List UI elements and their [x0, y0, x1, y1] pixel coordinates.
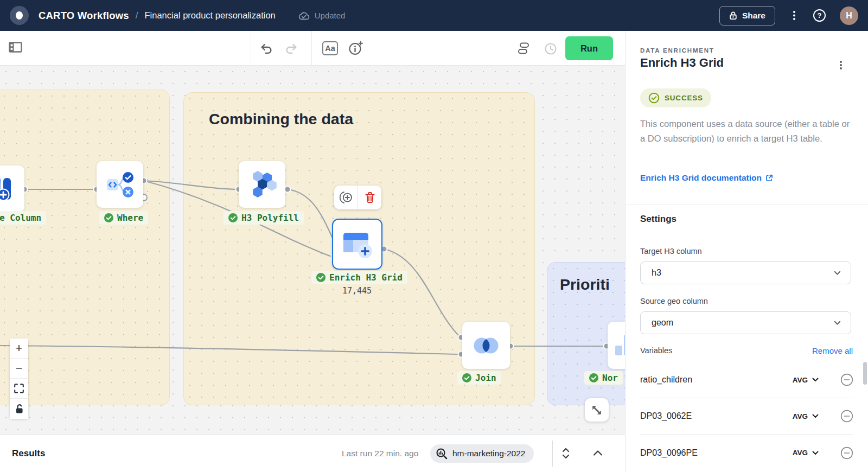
result-table-pill[interactable]: hm-marketing-2022 [430, 444, 534, 463]
schedule-button[interactable] [544, 42, 557, 55]
variable-name: ratio_children [640, 375, 793, 385]
help-button[interactable]: ? [813, 9, 826, 22]
header: CARTO Workflows / Financial product pers… [0, 0, 868, 31]
header-actions: Share ? H [719, 6, 858, 25]
node-create-column[interactable] [0, 165, 24, 212]
redo-button[interactable] [284, 43, 298, 54]
success-check-icon [316, 273, 326, 282]
results-bar: Results Last run 22 min. ago hm-marketin… [0, 434, 625, 472]
trash-icon [365, 192, 375, 203]
bottombar-divider [552, 441, 553, 467]
success-check-icon [104, 213, 113, 222]
target-h3-column-label: Target H3 column [640, 247, 702, 256]
panel-scrollbar[interactable] [863, 362, 867, 385]
toolbar-divider [311, 31, 312, 65]
kebab-icon [793, 11, 795, 13]
node-label-normalize: Nor [584, 371, 623, 385]
lock-canvas-button[interactable] [10, 399, 28, 419]
zoom-out-button[interactable]: − [10, 359, 28, 379]
app-title: CARTO Workflows [39, 10, 129, 22]
node-join[interactable] [462, 322, 510, 369]
add-note-button[interactable] [348, 41, 363, 56]
workzone: Aa Run [0, 31, 625, 472]
help-icon: ? [818, 11, 822, 20]
toolbar-divider [251, 31, 251, 65]
success-check-icon [228, 213, 238, 222]
expander-chevrons-icon [561, 447, 571, 460]
canvas-zoom-controls: + − [10, 339, 28, 419]
header-more-button[interactable] [789, 9, 799, 22]
variable-row: DP03_0096PE AVG [640, 435, 853, 471]
fit-screen-icon [14, 384, 24, 393]
node-label-where: Where [99, 211, 148, 225]
sidebar-toggle-icon [9, 42, 23, 53]
remove-variable-button[interactable] [840, 410, 853, 423]
h3-polyfill-icon [246, 170, 278, 199]
node-normalize[interactable] [608, 322, 625, 369]
component-description: This component uses a data source (eithe… [640, 117, 855, 146]
run-button[interactable]: Run [565, 36, 613, 60]
panel-more-button[interactable] [835, 58, 846, 72]
node-label-join: Join [457, 371, 501, 385]
undo-button[interactable] [259, 43, 273, 54]
aggregation-select[interactable]: AVG [793, 412, 819, 420]
resize-results-button[interactable] [561, 447, 571, 460]
remove-all-link[interactable]: Remove all [812, 346, 853, 355]
remove-variable-button[interactable] [840, 373, 853, 386]
chevron-down-icon [812, 378, 819, 382]
node-settings-panel: DATA ENRICHMENT Enrich H3 Grid SUCCESS T… [625, 31, 868, 472]
canvas-toolbar: Aa Run [0, 31, 625, 66]
enrich-h3-grid-icon [341, 228, 374, 260]
normalize-icon [613, 331, 625, 360]
undo-icon [259, 43, 273, 54]
remove-variable-button[interactable] [840, 447, 853, 460]
carto-workflows-app: CARTO Workflows / Financial product pers… [0, 0, 868, 472]
panel-title: Enrich H3 Grid [640, 56, 724, 70]
workflow-canvas[interactable]: Combining the data Prioriti [0, 66, 625, 434]
group-title-prioritizing: Prioriti [560, 276, 610, 294]
settings-heading: Settings [640, 214, 676, 225]
node-enrich-h3-grid[interactable] [332, 219, 382, 270]
copy-add-icon [339, 190, 353, 205]
success-check-icon [589, 373, 598, 382]
node-row-count: 17,445 [315, 286, 399, 296]
zoom-in-button[interactable]: + [10, 339, 28, 359]
documentation-link[interactable]: Enrich H3 Grid documentation [640, 173, 773, 183]
node-label-create-column: e Column [0, 211, 46, 225]
node-h3-polyfill[interactable] [239, 161, 285, 208]
create-column-icon [0, 174, 20, 204]
chevron-down-icon [812, 451, 819, 455]
chevron-down-icon [812, 414, 819, 418]
fit-to-screen-button[interactable] [10, 379, 28, 399]
breadcrumb-separator: / [136, 10, 138, 21]
sidebar-toggle-button[interactable] [9, 42, 23, 53]
annotation-text-button[interactable]: Aa [322, 41, 338, 55]
lock-icon [729, 11, 737, 20]
where-icon [105, 172, 135, 197]
panel-divider [626, 205, 868, 205]
share-label: Share [742, 11, 765, 21]
variable-name: DP03_0096PE [640, 448, 793, 458]
info-add-icon [348, 41, 363, 56]
status-badge-label: SUCCESS [665, 94, 703, 102]
source-geo-column-select[interactable]: geom [640, 311, 851, 334]
duplicate-node-button[interactable] [334, 186, 358, 209]
workflow-title[interactable]: Financial product personalization [145, 10, 276, 21]
expand-group-button[interactable] [585, 398, 609, 422]
aggregation-select[interactable]: AVG [793, 376, 819, 384]
avatar[interactable]: H [840, 7, 858, 25]
clock-icon [544, 42, 557, 55]
target-h3-column-select[interactable]: h3 [640, 261, 851, 284]
result-table-name: hm-marketing-2022 [452, 449, 525, 458]
node-where[interactable] [97, 161, 143, 208]
minus-circle-icon [840, 447, 853, 460]
versions-button[interactable] [517, 42, 530, 55]
node-context-toolbar [334, 186, 381, 209]
aggregation-select[interactable]: AVG [793, 449, 819, 457]
carto-logo-icon[interactable] [10, 6, 29, 25]
versions-icon [517, 42, 530, 55]
variables-heading: Variables [640, 346, 672, 355]
share-button[interactable]: Share [719, 6, 775, 25]
delete-node-button[interactable] [358, 186, 381, 209]
collapse-results-button[interactable] [592, 450, 603, 456]
